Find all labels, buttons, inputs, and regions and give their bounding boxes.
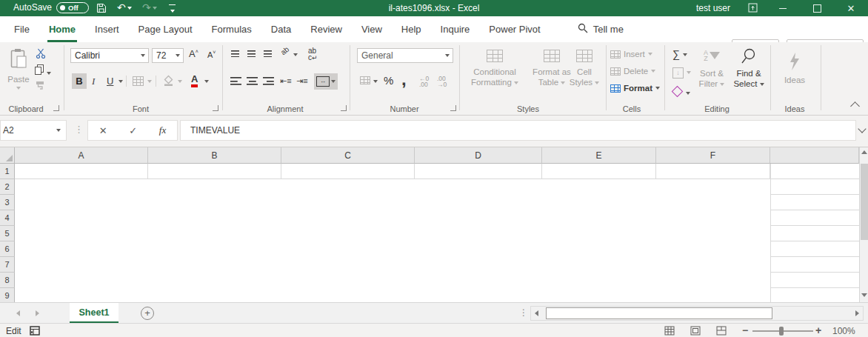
fill-color-caret-icon[interactable] (178, 80, 182, 83)
delete-cells-button[interactable]: Delete (610, 67, 655, 76)
page-break-preview-button[interactable] (716, 326, 727, 337)
font-color-button[interactable]: A (191, 73, 198, 87)
save-button[interactable] (96, 3, 107, 16)
format-as-table-button[interactable]: Format as Table (529, 46, 575, 107)
cell-b1[interactable] (148, 164, 281, 179)
ideas-button[interactable]: Ideas (772, 46, 818, 107)
sort-filter-button[interactable]: AZ Sort & Filter (695, 46, 729, 107)
normal-view-button[interactable] (664, 326, 675, 337)
accounting-format-button[interactable] (360, 76, 370, 84)
column-header-partial[interactable] (770, 147, 859, 164)
sheet-nav-prev-button[interactable] (16, 310, 20, 316)
close-button[interactable]: ✕ (838, 0, 864, 16)
conditional-formatting-button[interactable]: Conditional Formatting (462, 46, 527, 107)
expand-formula-bar-button[interactable] (858, 124, 866, 133)
number-format-combo[interactable]: General (357, 48, 453, 63)
zoom-out-button[interactable]: − (742, 324, 748, 336)
cell-styles-button[interactable]: Cell Styles (569, 46, 600, 107)
autosave-toggle[interactable]: Off (56, 2, 89, 13)
scroll-up-arrow[interactable] (861, 150, 867, 154)
tab-home[interactable]: Home (39, 16, 85, 42)
name-box[interactable]: A2 (0, 120, 67, 141)
increase-indent-button[interactable]: ⇥≡ (296, 76, 308, 86)
scroll-left-arrow[interactable] (535, 310, 538, 316)
increase-decimal-button[interactable]: ←0.00 (419, 76, 429, 87)
scroll-down-arrow[interactable] (861, 293, 867, 297)
row-header-3[interactable]: 3 (0, 195, 15, 210)
font-size-combo[interactable]: 72 (152, 48, 184, 63)
redo-button[interactable]: ↷ (142, 1, 157, 13)
user-account[interactable]: test user (696, 3, 730, 13)
autosum-button[interactable]: ∑ (672, 48, 687, 60)
minimize-button[interactable] (770, 0, 795, 16)
font-dialog-launcher[interactable] (213, 105, 218, 111)
cut-button[interactable] (36, 48, 46, 60)
macro-record-icon[interactable] (30, 326, 40, 337)
scroll-right-arrow[interactable] (855, 310, 859, 316)
row-header-4[interactable]: 4 (0, 210, 15, 226)
column-header-a[interactable]: A (15, 147, 148, 164)
format-cells-button[interactable]: Format (610, 84, 660, 93)
undo-button[interactable]: ↶ (117, 1, 132, 13)
insert-cells-button[interactable]: Insert (610, 50, 652, 59)
accounting-caret-icon[interactable] (373, 80, 378, 83)
underline-button[interactable]: U (107, 73, 113, 89)
vertical-scroll-thumb[interactable] (861, 164, 868, 240)
insert-function-button[interactable]: fx (159, 124, 166, 136)
select-all-corner[interactable] (0, 147, 15, 164)
percent-style-button[interactable]: % (384, 74, 393, 87)
ribbon-display-options-button[interactable] (748, 3, 758, 15)
copy-button[interactable] (34, 64, 51, 77)
cell-a1[interactable] (15, 164, 148, 179)
tab-help[interactable]: Help (392, 16, 431, 42)
find-select-button[interactable]: Find & Select (730, 46, 767, 107)
row-header-2[interactable]: 2 (0, 179, 15, 195)
bold-button[interactable]: B (72, 73, 87, 89)
zoom-level[interactable]: 100% (832, 326, 855, 336)
wrap-text-button[interactable]: abc↵ (308, 47, 318, 61)
align-center-button[interactable] (247, 77, 258, 85)
column-header-f[interactable]: F (656, 147, 770, 164)
column-header-c[interactable]: C (281, 147, 415, 164)
sheet-tab-sheet1[interactable]: Sheet1 (70, 303, 118, 323)
increase-font-size-button[interactable]: A˄ (189, 48, 198, 59)
new-sheet-button[interactable]: + (141, 307, 154, 320)
decrease-font-size-button[interactable]: A˅ (207, 50, 216, 59)
gridlines-partial-column[interactable] (770, 164, 860, 302)
tab-page-layout[interactable]: Page Layout (129, 16, 202, 42)
decrease-indent-button[interactable]: ⇤≡ (280, 76, 292, 86)
column-header-e[interactable]: E (542, 147, 656, 164)
page-layout-view-button[interactable] (690, 326, 701, 337)
font-color-caret-icon[interactable] (204, 80, 209, 83)
row-header-9[interactable]: 9 (0, 288, 15, 302)
sheet-nav-next-button[interactable] (36, 310, 39, 316)
cell-e1[interactable] (542, 164, 656, 179)
enter-icon[interactable]: ✓ (129, 125, 137, 136)
customize-qat-button[interactable] (169, 4, 176, 16)
zoom-slider-thumb[interactable] (779, 327, 784, 336)
formula-bar-drag-handle[interactable]: ⋮ (74, 124, 83, 135)
alignment-dialog-launcher[interactable] (341, 105, 347, 111)
middle-align-button[interactable] (247, 50, 256, 57)
top-align-button[interactable] (230, 50, 240, 57)
borders-caret-icon[interactable] (147, 80, 152, 83)
fill-color-button[interactable] (163, 75, 174, 87)
format-painter-button[interactable] (36, 81, 45, 93)
merge-center-button[interactable]: ↔ (314, 73, 338, 90)
tab-file[interactable]: File (4, 16, 39, 42)
column-header-b[interactable]: B (148, 147, 281, 164)
tab-formulas[interactable]: Formulas (202, 16, 261, 42)
clear-button[interactable] (672, 87, 690, 97)
row-header-6[interactable]: 6 (0, 241, 15, 257)
horizontal-scrollbar[interactable] (530, 306, 864, 321)
tab-scrollbar-splitter[interactable]: ⋮ (519, 307, 528, 318)
paste-button[interactable]: Paste (4, 46, 33, 107)
cell-d1[interactable] (415, 164, 542, 179)
row-header-7[interactable]: 7 (0, 257, 15, 273)
orientation-caret-icon[interactable] (293, 53, 298, 56)
cell-c1[interactable] (281, 164, 415, 179)
clipboard-dialog-launcher[interactable] (53, 105, 59, 111)
cancel-icon[interactable]: ✕ (99, 125, 107, 136)
formula-input[interactable]: TIMEVALUE (180, 120, 856, 141)
borders-button[interactable] (133, 76, 144, 86)
